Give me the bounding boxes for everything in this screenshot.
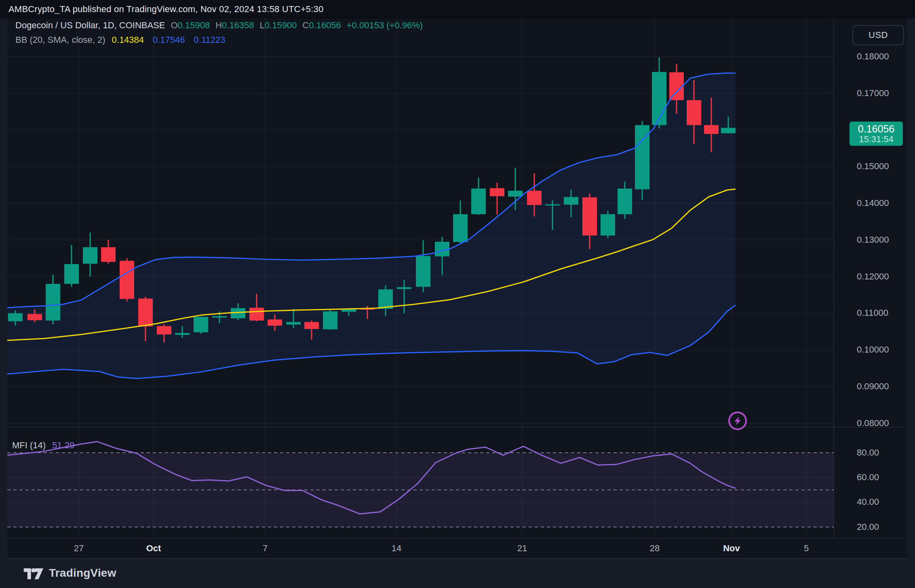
ohlc-high-label: H <box>215 20 222 31</box>
candlestick <box>323 310 337 330</box>
bb-legend-row[interactable]: BB (20, SMA, close, 2) 0.14384 0.17546 0… <box>15 35 226 45</box>
tradingview-logo-link[interactable]: TradingView <box>23 565 116 581</box>
candlestick <box>635 121 649 200</box>
candlestick <box>46 275 60 324</box>
ohlc-high-value: 0.16358 <box>222 20 254 31</box>
last-price-value: 0.16056 <box>858 123 894 134</box>
candlestick <box>83 233 97 277</box>
candlestick <box>490 183 504 214</box>
last-price-tag: 0.16056 15:31:54 <box>850 122 903 146</box>
candlestick <box>416 240 430 292</box>
mfi-indicator-label: MFI (14) <box>12 440 46 451</box>
time-axis[interactable] <box>7 538 834 559</box>
currency-toggle-button[interactable]: USD <box>852 25 904 45</box>
candlestick <box>101 240 116 264</box>
bb-indicator-label: BB (20, SMA, close, 2) <box>15 35 105 45</box>
symbol-title: Dogecoin / US Dollar, 1D, COINBASE <box>15 20 165 31</box>
ohlc-close-value: 0.16056 <box>309 20 341 31</box>
ohlc-open-label: O <box>171 20 177 31</box>
bb-upper-value: 0.17546 <box>153 35 185 45</box>
tradingview-logo-text: TradingView <box>49 567 116 580</box>
candlestick <box>453 201 468 244</box>
price-axis[interactable] <box>834 19 907 538</box>
tradingview-snapshot: AMBCrypto_TA published on TradingView.co… <box>0 0 915 588</box>
ohlc-low-value: 0.15900 <box>265 20 297 31</box>
mfi-legend-row[interactable]: MFI (14) 51.29 <box>12 440 74 451</box>
bb-fill-area <box>7 73 736 378</box>
candlestick <box>471 178 486 215</box>
candlestick <box>64 245 79 287</box>
ohlc-close-label: C <box>302 20 309 31</box>
bb-lower-value: 0.11223 <box>194 35 226 45</box>
ohlc-low-label: L <box>260 20 265 31</box>
mfi-value: 51.29 <box>52 440 74 451</box>
price-change: +0.00153 (+0.96%) <box>347 20 423 31</box>
candlestick <box>601 211 615 238</box>
tradingview-logo-icon <box>23 565 44 581</box>
candlestick <box>194 317 208 334</box>
bar-countdown: 15:31:54 <box>859 134 894 145</box>
bb-basis-value: 0.14384 <box>112 35 144 45</box>
candlestick <box>120 258 134 301</box>
ohlc-open-value: 0.15908 <box>178 20 210 31</box>
chart-canvas: 0.180000.170000.150000.140000.130000.120… <box>0 0 915 588</box>
symbol-legend-row[interactable]: Dogecoin / US Dollar, 1D, COINBASE O0.15… <box>15 20 423 31</box>
